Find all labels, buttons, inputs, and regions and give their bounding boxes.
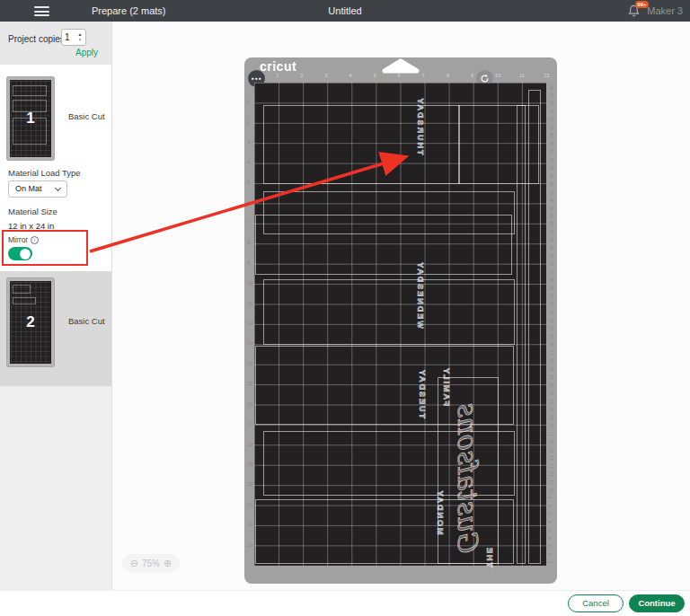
zoom-in-button[interactable]: ⊕ — [164, 558, 172, 569]
zoom-level: 75% — [142, 559, 160, 568]
page-title: Prepare (2 mats) — [92, 5, 166, 16]
ruler-number-right: 13 — [549, 463, 554, 469]
ruler-number-right: 4 — [547, 537, 553, 540]
ruler-number-top: 10 — [495, 73, 501, 78]
mirrored-design-text: THURSDAY — [416, 96, 425, 154]
mirrored-design-text: MONDAY — [436, 488, 445, 534]
ruler-number-right: 40 — [549, 246, 554, 251]
cutting-mat: cricut ●●● THURSDAYWEDNESDAYTUESDAYFAMIL… — [244, 57, 557, 584]
material-load-type-value: On Mat — [15, 184, 42, 193]
ruler-number-right: 31 — [549, 318, 554, 323]
ruler-number-left: 12 — [247, 321, 253, 326]
cancel-button[interactable]: Cancel — [568, 594, 624, 612]
ruler-number-right: 57 — [549, 109, 554, 114]
material-size-label: Material Size — [8, 207, 58, 216]
mirror-row: Mirrori — [8, 235, 39, 244]
ruler-number-right: 17 — [549, 431, 554, 436]
ruler-number-right: 25 — [549, 366, 554, 372]
project-copies-input[interactable] — [65, 30, 77, 45]
cut-outline — [458, 105, 460, 184]
ruler-number-right: 34 — [549, 294, 554, 299]
ruler-number-right: 58 — [549, 101, 554, 106]
mirrored-design-text: Gustafsons — [452, 405, 483, 556]
ruler-number-right: 55 — [549, 125, 554, 130]
ruler-number-right: 2 — [547, 553, 553, 556]
ruler-number-right: 10 — [549, 488, 554, 493]
ruler-number-right: 48 — [549, 181, 554, 187]
ruler-number-top: 5 — [373, 73, 376, 78]
notifications-button[interactable]: 99+ — [627, 4, 643, 20]
stepper-down-icon[interactable]: ▼ — [76, 37, 84, 42]
ruler-number-right: 35 — [549, 286, 554, 291]
zoom-control: ⊖ 75% ⊕ — [122, 554, 180, 572]
ruler-number-left: 2 — [247, 119, 250, 125]
ruler-number-right: 49 — [549, 173, 554, 179]
mat-direction-arrow-icon — [381, 58, 420, 74]
ruler-number-left: 17 — [247, 421, 253, 427]
ruler-number-right: 18 — [549, 423, 554, 428]
mat-2-thumbnail[interactable]: 2 — [7, 278, 54, 366]
ruler-number-right: 26 — [549, 358, 554, 364]
project-copies-label: Project copies: — [8, 34, 67, 44]
ruler-number-left: 9 — [247, 260, 250, 266]
mirrored-design-text: THE — [485, 546, 494, 568]
ruler-number-right: 19 — [549, 415, 554, 420]
copies-stepper[interactable]: ▲ ▼ — [76, 31, 84, 43]
material-load-type-select[interactable]: On Mat — [8, 180, 67, 198]
ruler-number-top: 4 — [349, 73, 351, 78]
ruler-number-right: 23 — [549, 383, 554, 388]
mat-1-thumbnail[interactable]: 1 — [7, 77, 54, 160]
ruler-number-left: 18 — [247, 442, 253, 447]
ruler-number-right: 8 — [547, 505, 553, 507]
ruler-number-right: 7 — [547, 513, 553, 515]
ruler-number-left: 20 — [247, 481, 253, 487]
ruler-number-right: 24 — [549, 374, 554, 380]
ruler-number-left: 5 — [247, 180, 250, 185]
apply-button[interactable]: Apply — [75, 48, 98, 57]
mat-grid[interactable]: THURSDAYWEDNESDAYTUESDAYFAMILYMONDAYGust… — [254, 83, 546, 566]
chevron-down-icon — [55, 185, 61, 191]
ruler-number-left: 15 — [247, 381, 253, 386]
footer-bar: Cancel Continue — [0, 590, 690, 616]
ruler-number-right: 46 — [549, 198, 554, 203]
machine-name[interactable]: Maker 3 — [647, 5, 683, 16]
ruler-number-right: 32 — [549, 310, 554, 315]
ruler-number-left: 4 — [247, 160, 250, 165]
ruler-number-left: 23 — [247, 542, 253, 548]
zoom-out-button[interactable]: ⊖ — [130, 558, 138, 569]
ruler-number-right: 33 — [549, 302, 554, 307]
ruler-number-right: 30 — [549, 326, 554, 331]
ruler-number-right: 51 — [549, 157, 554, 163]
mat-2-blade-type: Basic Cut — [68, 316, 105, 326]
ruler-number-right: 20 — [549, 407, 554, 412]
ruler-number-left: 13 — [247, 340, 253, 346]
ruler-number-right: 53 — [549, 141, 554, 146]
ruler-number-top: 2 — [300, 73, 303, 78]
ruler-number-left: 7 — [247, 220, 250, 225]
ruler-number-right: 43 — [549, 222, 554, 227]
ruler-number-left: 14 — [247, 361, 253, 366]
menu-icon[interactable] — [34, 6, 49, 16]
ruler-number-right: 36 — [549, 277, 554, 283]
ruler-number-right: 12 — [549, 471, 554, 477]
info-icon[interactable]: i — [31, 236, 39, 244]
mirror-label: Mirror — [8, 235, 28, 244]
ruler-number-top: 7 — [422, 73, 425, 78]
mirror-toggle[interactable] — [8, 247, 32, 260]
ruler-number-right: 60 — [549, 84, 554, 90]
continue-button[interactable]: Continue — [629, 594, 685, 612]
mirrored-design-text: WEDNESDAY — [416, 260, 425, 329]
ruler-number-left: 1 — [247, 99, 250, 104]
ruler-number-right: 56 — [549, 117, 554, 122]
ruler-number-right: 59 — [549, 92, 554, 98]
ruler-number-right: 6 — [547, 521, 553, 524]
ruler-number-right: 54 — [549, 133, 554, 138]
ruler-number-top: 8 — [447, 73, 449, 78]
ruler-number-right: 11 — [549, 480, 554, 484]
ruler-number-right: 37 — [549, 270, 554, 276]
ruler-number-top: 9 — [471, 73, 473, 78]
ruler-number-right: 1 — [547, 561, 553, 564]
ruler-number-right: 15 — [549, 447, 554, 453]
ruler-number-left: 8 — [247, 240, 250, 245]
ruler-number-right: 16 — [549, 439, 554, 444]
